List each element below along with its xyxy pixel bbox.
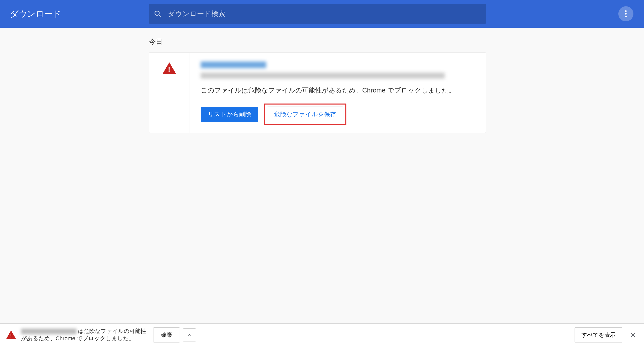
discard-button[interactable]: 破棄 xyxy=(153,327,180,342)
shelf-filename xyxy=(21,329,76,334)
page-title: ダウンロード xyxy=(10,8,61,20)
more-vert-icon xyxy=(625,10,627,17)
shelf-warning-text: は危険なファイルの可能性があるため、Chrome でブロックしました。 xyxy=(21,328,149,342)
shelf-warning-icon xyxy=(6,330,16,339)
highlight-annotation: 危険なファイルを保存 xyxy=(264,104,346,125)
search-input[interactable] xyxy=(168,10,481,18)
app-header: ダウンロード xyxy=(0,0,644,28)
remove-from-list-button[interactable]: リストから削除 xyxy=(201,107,258,122)
show-all-button[interactable]: すべてを表示 xyxy=(575,327,622,342)
chevron-up-icon xyxy=(187,333,192,337)
close-icon xyxy=(630,332,636,338)
card-actions: リストから削除 危険なファイルを保存 xyxy=(201,104,476,125)
download-url xyxy=(201,73,445,79)
download-shelf: は危険なファイルの可能性があるため、Chrome でブロックしました。 破棄 す… xyxy=(0,323,644,346)
warning-icon xyxy=(162,62,176,74)
close-shelf-button[interactable] xyxy=(628,330,638,340)
divider xyxy=(201,328,201,342)
download-filename xyxy=(201,62,266,68)
svg-line-1 xyxy=(159,15,161,17)
search-container[interactable] xyxy=(149,4,486,24)
download-item-card: このファイルは危険なファイルの可能性があるため、Chrome でブロックしました… xyxy=(149,53,486,133)
main-content: 今日 このファイルは危険なファイルの可能性があるため、Chrome でブロックし… xyxy=(0,28,644,133)
card-icon-column xyxy=(149,53,189,133)
warning-message: このファイルは危険なファイルの可能性があるため、Chrome でブロックしました… xyxy=(201,86,476,95)
date-group-label: 今日 xyxy=(149,37,644,46)
more-menu-button[interactable] xyxy=(618,6,633,21)
svg-point-0 xyxy=(155,11,159,16)
card-body: このファイルは危険なファイルの可能性があるため、Chrome でブロックしました… xyxy=(189,53,486,133)
keep-dangerous-file-button[interactable]: 危険なファイルを保存 xyxy=(267,107,343,122)
search-icon xyxy=(154,10,162,18)
shelf-item-menu-button[interactable] xyxy=(183,328,196,341)
